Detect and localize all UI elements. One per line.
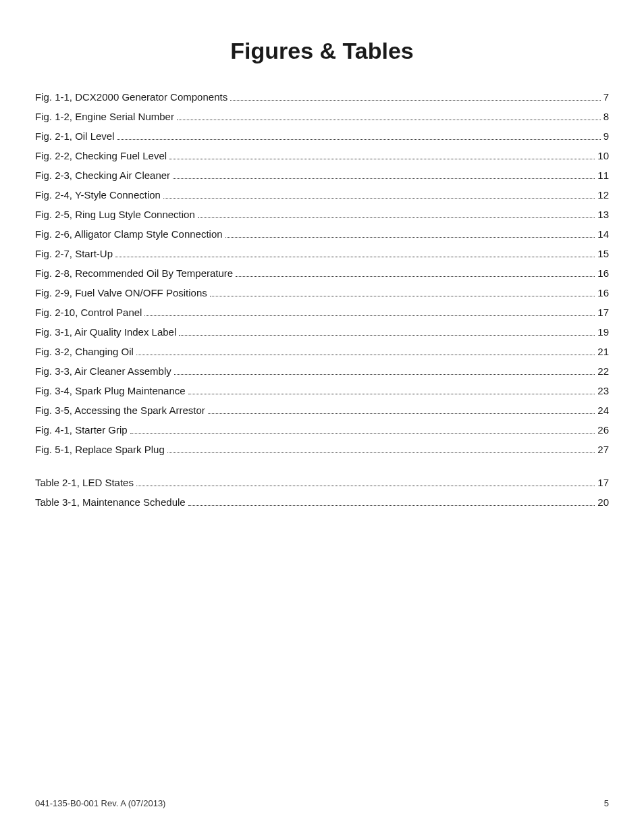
toc-entry-label: Fig. 3-5, Accessing the Spark Arrestor [35,405,205,416]
toc-leader-dots [188,505,595,506]
footer-page-number: 5 [604,798,609,808]
toc-entry: Fig. 2-6, Alligator Clamp Style Connecti… [35,228,609,240]
toc-leader-dots [117,139,601,140]
toc-entry-label: Fig. 3-4, Spark Plug Maintenance [35,385,186,396]
toc-entry-label: Fig. 2-3, Checking Air Cleaner [35,170,170,181]
toc-entry-label: Fig. 2-2, Checking Fuel Level [35,150,167,161]
toc-entry: Fig. 3-4, Spark Plug Maintenance 23 [35,385,609,396]
toc-entry-label: Fig. 3-1, Air Quality Index Label [35,326,176,338]
toc-entry-label: Fig. 5-1, Replace Spark Plug [35,444,165,455]
toc-entry-page: 27 [597,444,609,455]
toc-leader-dots [174,374,595,375]
figures-list: Fig. 1-1, DCX2000 Generator Components 7… [35,91,609,508]
toc-leader-dots [167,452,595,453]
toc-entry: Fig. 2-8, Recommended Oil By Temperature… [35,267,609,279]
toc-entry-page: 10 [597,150,609,161]
toc-entry-page: 20 [597,496,609,508]
toc-leader-dots [115,257,595,257]
toc-entry-label: Table 2-1, LED States [35,477,134,488]
toc-entry-page: 23 [597,385,609,396]
section-gap [35,463,609,477]
page-title: Figures & Tables [35,38,609,64]
toc-entry: Fig. 3-1, Air Quality Index Label 19 [35,326,609,338]
toc-entry-label: Fig. 2-4, Y-Style Connection [35,189,161,201]
toc-entry-label: Fig. 1-1, DCX2000 Generator Components [35,91,227,103]
toc-leader-dots [136,355,595,355]
toc-entry: Table 3-1, Maintenance Schedule 20 [35,496,609,508]
toc-leader-dots [144,315,595,316]
toc-entry: Fig. 3-2, Changing Oil 21 [35,346,609,357]
toc-leader-dots [236,276,595,277]
toc-entry-page: 17 [597,307,609,318]
toc-entry: Fig. 1-2, Engine Serial Number 8 [35,111,609,122]
toc-entry-page: 15 [597,248,609,259]
toc-entry: Fig. 2-3, Checking Air Cleaner 11 [35,170,609,181]
toc-leader-dots [198,217,595,218]
toc-entry-label: Fig. 3-2, Changing Oil [35,346,134,357]
toc-entry-page: 14 [597,228,609,240]
toc-leader-dots [136,486,595,486]
toc-leader-dots [169,159,595,159]
toc-entry: Fig. 2-5, Ring Lug Style Connection 13 [35,209,609,220]
page-footer: 041-135-B0-001 Rev. A (07/2013) 5 [35,798,609,808]
toc-entry-page: 16 [597,287,609,298]
footer-doc-id: 041-135-B0-001 Rev. A (07/2013) [35,798,165,808]
toc-entry-label: Fig. 2-1, Oil Level [35,130,115,142]
toc-entry-page: 19 [597,326,609,338]
toc-entry: Fig. 5-1, Replace Spark Plug 27 [35,444,609,455]
toc-entry-page: 22 [597,365,609,377]
toc-entry-label: Fig. 2-10, Control Panel [35,307,142,318]
toc-leader-dots [179,335,595,336]
toc-entry: Fig. 4-1, Starter Grip 26 [35,424,609,436]
toc-entry: Fig. 1-1, DCX2000 Generator Components 7 [35,91,609,103]
toc-leader-dots [173,178,595,179]
toc-leader-dots [130,433,595,434]
toc-entry-label: Fig. 2-5, Ring Lug Style Connection [35,209,195,220]
toc-entry-page: 11 [597,170,609,181]
toc-entry-page: 12 [597,189,609,201]
toc-entry-page: 21 [597,346,609,357]
toc-entry-page: 8 [603,111,609,122]
toc-entry-label: Fig. 3-3, Air Cleaner Assembly [35,365,171,377]
toc-entry: Fig. 2-1, Oil Level 9 [35,130,609,142]
toc-entry-label: Fig. 2-8, Recommended Oil By Temperature [35,267,233,279]
toc-entry: Fig. 2-9, Fuel Valve ON/OFF Positions 16 [35,287,609,298]
toc-entry: Fig. 2-7, Start-Up 15 [35,248,609,259]
toc-leader-dots [210,296,595,296]
toc-entry: Fig. 2-4, Y-Style Connection 12 [35,189,609,201]
document-page: Figures & Tables Fig. 1-1, DCX2000 Gener… [0,0,644,834]
toc-entry: Fig. 2-2, Checking Fuel Level 10 [35,150,609,161]
toc-entry-page: 26 [597,424,609,436]
toc-entry: Fig. 3-5, Accessing the Spark Arrestor 2… [35,405,609,416]
toc-entry: Table 2-1, LED States 17 [35,477,609,488]
toc-entry-page: 24 [597,405,609,416]
toc-entry-label: Fig. 4-1, Starter Grip [35,424,128,436]
toc-entry-label: Fig. 2-6, Alligator Clamp Style Connecti… [35,228,223,240]
toc-leader-dots [188,394,595,394]
toc-leader-dots [208,413,595,414]
toc-entry-page: 16 [597,267,609,279]
toc-entry-label: Fig. 2-7, Start-Up [35,248,113,259]
toc-leader-dots [230,100,601,101]
toc-leader-dots [163,198,595,199]
toc-leader-dots [177,120,601,120]
toc-leader-dots [225,237,595,238]
toc-entry: Fig. 3-3, Air Cleaner Assembly 22 [35,365,609,377]
toc-entry: Fig. 2-10, Control Panel 17 [35,307,609,318]
toc-entry-page: 13 [597,209,609,220]
toc-entry-page: 17 [597,477,609,488]
toc-entry-label: Fig. 2-9, Fuel Valve ON/OFF Positions [35,287,207,298]
toc-entry-page: 7 [603,91,609,103]
toc-entry-page: 9 [603,130,609,142]
toc-entry-label: Table 3-1, Maintenance Schedule [35,496,186,508]
toc-entry-label: Fig. 1-2, Engine Serial Number [35,111,174,122]
